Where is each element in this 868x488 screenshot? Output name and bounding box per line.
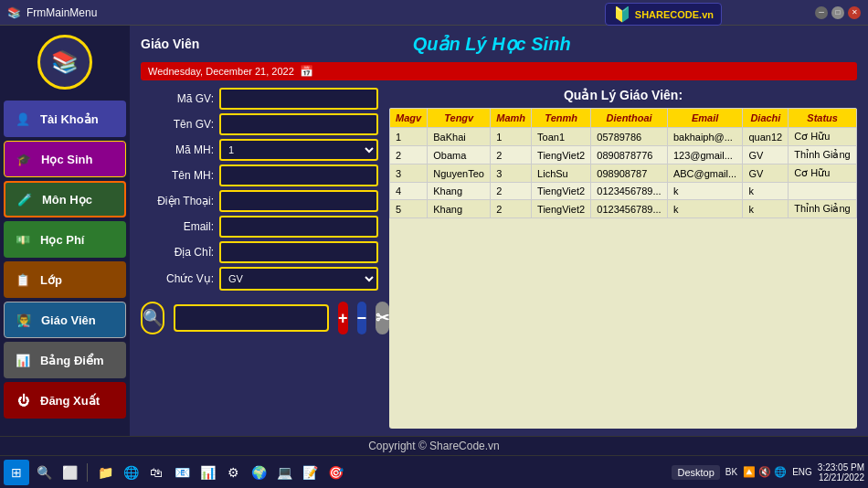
table-cell: k bbox=[743, 183, 789, 200]
table-cell: 1 bbox=[390, 128, 428, 146]
giao-vien-table: Magv Tengv Mamh Tenmh Dienthoai Email Di… bbox=[389, 108, 857, 218]
ma-gv-input[interactable] bbox=[219, 88, 378, 110]
table-row[interactable]: 3NguyenTeo3LichSu098908787ABC@gmail...GV… bbox=[390, 164, 857, 183]
content-header: Giáo Viên Quản Lý Học Sinh bbox=[141, 33, 857, 55]
table-row[interactable]: 4Khang2TiengViet20123456789...kk bbox=[390, 183, 857, 200]
sidebar-item-lop[interactable]: 📋 Lớp bbox=[4, 261, 126, 298]
col-tengv: Tengv bbox=[428, 109, 491, 128]
table-cell: Cơ Hữu bbox=[789, 164, 857, 183]
sharecode-text: SHARECODE.vn bbox=[635, 9, 714, 20]
hoc-phi-icon: 💵 bbox=[13, 229, 33, 249]
page-title: Quản Lý Học Sinh bbox=[199, 33, 784, 55]
dia-chi-input[interactable] bbox=[219, 241, 378, 263]
ma-mh-label: Mã MH: bbox=[141, 143, 214, 156]
chuc-vu-row: Chức Vụ: GV Cơ Hữu Thỉnh Giảng bbox=[141, 267, 378, 291]
email-label: Email: bbox=[141, 220, 214, 233]
col-tenmh: Tenmh bbox=[532, 109, 591, 128]
ten-mh-label: Tên MH: bbox=[141, 169, 214, 182]
dang-xuat-icon: ⏻ bbox=[13, 390, 33, 410]
sidebar-label-bang-diem: Bảng Điểm bbox=[40, 354, 103, 367]
copyright-bar: Copyright © ShareCode.vn bbox=[0, 436, 868, 455]
task-view-icon[interactable]: ⬜ bbox=[58, 461, 80, 483]
search-button[interactable]: 🔍 bbox=[141, 302, 164, 334]
word-icon[interactable]: 📝 bbox=[299, 461, 321, 483]
minimize-button[interactable]: ─ bbox=[815, 6, 828, 19]
email-input[interactable] bbox=[219, 216, 378, 238]
sidebar-item-hoc-sinh[interactable]: 🎓 Học Sinh bbox=[4, 141, 126, 177]
ten-mh-row: Tên MH: bbox=[141, 164, 378, 186]
search-input[interactable] bbox=[174, 304, 329, 332]
table-cell: 2 bbox=[491, 200, 532, 218]
search-icon: 🔍 bbox=[143, 308, 163, 328]
chrome-icon[interactable]: 🌍 bbox=[248, 461, 270, 483]
table-cell: Obama bbox=[428, 146, 491, 164]
table-cell: TiengViet2 bbox=[532, 200, 591, 218]
table-cell: GV bbox=[743, 164, 789, 183]
chuc-vu-select[interactable]: GV Cơ Hữu Thỉnh Giảng bbox=[219, 267, 378, 291]
hoc-sinh-icon: 🎓 bbox=[14, 149, 34, 169]
table-cell: Thỉnh Giảng bbox=[789, 146, 857, 164]
ma-mh-select[interactable]: 1 2 3 bbox=[219, 139, 378, 161]
sidebar-item-mon-hoc[interactable]: 🧪 Môn Học bbox=[4, 181, 126, 217]
date-badge: Wednesday, December 21, 2022 📅 bbox=[141, 62, 857, 80]
calendar-icon: 📅 bbox=[300, 65, 313, 78]
table-cell: 123@gmail... bbox=[667, 146, 743, 164]
email-row: Email: bbox=[141, 216, 378, 238]
action-bar: 🔍 + − ✂ 💾 bbox=[141, 294, 378, 338]
delete-button[interactable]: − bbox=[357, 302, 367, 334]
table-cell: quan12 bbox=[743, 128, 789, 146]
date-text: Wednesday, December 21, 2022 bbox=[148, 66, 294, 77]
sidebar-item-giao-vien[interactable]: 👨‍🏫 Giáo Viên bbox=[4, 302, 126, 338]
table-row[interactable]: 5Khang2TiengViet20123456789...kkThỉnh Gi… bbox=[390, 200, 857, 218]
table-cell: GV bbox=[743, 146, 789, 164]
file-explorer-icon[interactable]: 📁 bbox=[94, 461, 116, 483]
main-container: 📚 👤 Tài Khoản 🎓 Học Sinh 🧪 Môn Học 💵 Học… bbox=[0, 26, 868, 436]
mail-icon[interactable]: 📧 bbox=[171, 461, 193, 483]
add-button[interactable]: + bbox=[338, 302, 348, 334]
sidebar-item-hoc-phi[interactable]: 💵 Học Phí bbox=[4, 221, 126, 258]
table-cell: Cơ Hữu bbox=[789, 128, 857, 146]
table-row[interactable]: 2Obama2TiengViet20890878776123@gmail...G… bbox=[390, 146, 857, 164]
app-icon-extra[interactable]: 🎯 bbox=[324, 461, 346, 483]
sidebar-label-giao-vien: Giáo Viên bbox=[41, 313, 96, 327]
excel-icon[interactable]: 📊 bbox=[196, 461, 218, 483]
edit-icon: ✂ bbox=[376, 308, 389, 328]
close-button[interactable]: ✕ bbox=[848, 6, 861, 19]
col-mamh: Mamh bbox=[491, 109, 532, 128]
app-icon: 📚 bbox=[7, 6, 21, 19]
table-cell: NguyenTeo bbox=[428, 164, 491, 183]
taskbar-date-text: 12/21/2022 bbox=[818, 472, 864, 483]
sidebar-item-tai-khoan[interactable]: 👤 Tài Khoản bbox=[4, 101, 126, 137]
data-table-wrapper: Magv Tengv Mamh Tenmh Dienthoai Email Di… bbox=[389, 108, 857, 429]
taskbar-time-text: 3:23:05 PM bbox=[818, 462, 864, 472]
table-cell: ABC@gmail... bbox=[667, 164, 743, 183]
table-cell: 3 bbox=[491, 164, 532, 183]
vscode-icon[interactable]: 💻 bbox=[273, 461, 295, 483]
start-button[interactable]: ⊞ bbox=[4, 460, 29, 485]
title-bar-controls[interactable]: ─ □ ✕ bbox=[815, 6, 861, 19]
table-cell: 2 bbox=[491, 183, 532, 200]
edit-button[interactable]: ✂ bbox=[376, 302, 389, 334]
table-cell: Khang bbox=[428, 200, 491, 218]
table-cell: Khang bbox=[428, 183, 491, 200]
lop-icon: 📋 bbox=[13, 270, 33, 290]
taskbar-divider-1 bbox=[87, 463, 88, 482]
store-icon[interactable]: 🛍 bbox=[145, 461, 167, 483]
ma-gv-label: Mã GV: bbox=[141, 92, 214, 105]
ten-mh-input[interactable] bbox=[219, 164, 378, 186]
sidebar-item-dang-xuat[interactable]: ⏻ Đăng Xuất bbox=[4, 382, 126, 419]
ten-gv-input[interactable] bbox=[219, 113, 378, 135]
maximize-button[interactable]: □ bbox=[831, 6, 844, 19]
edge-icon[interactable]: 🌐 bbox=[120, 461, 142, 483]
settings-icon[interactable]: ⚙ bbox=[222, 461, 244, 483]
search-taskbar-icon[interactable]: 🔍 bbox=[33, 461, 55, 483]
giao-vien-icon: 👨‍🏫 bbox=[14, 310, 34, 330]
taskbar: ⊞ 🔍 ⬜ 📁 🌐 🛍 📧 📊 ⚙ 🌍 💻 📝 🎯 Desktop BK 🔼 🔇… bbox=[0, 455, 868, 488]
desktop-label[interactable]: Desktop bbox=[672, 465, 719, 480]
table-row[interactable]: 1BaKhai1Toan105789786bakhaiph@...quan12C… bbox=[390, 128, 857, 146]
sidebar-item-bang-diem[interactable]: 📊 Bảng Điểm bbox=[4, 342, 126, 378]
sidebar-logo: 📚 bbox=[0, 26, 130, 99]
ten-gv-label: Tên GV: bbox=[141, 118, 214, 131]
table-title: Quản Lý Giáo Viên: bbox=[389, 88, 857, 102]
dien-thoai-input[interactable] bbox=[219, 190, 378, 212]
